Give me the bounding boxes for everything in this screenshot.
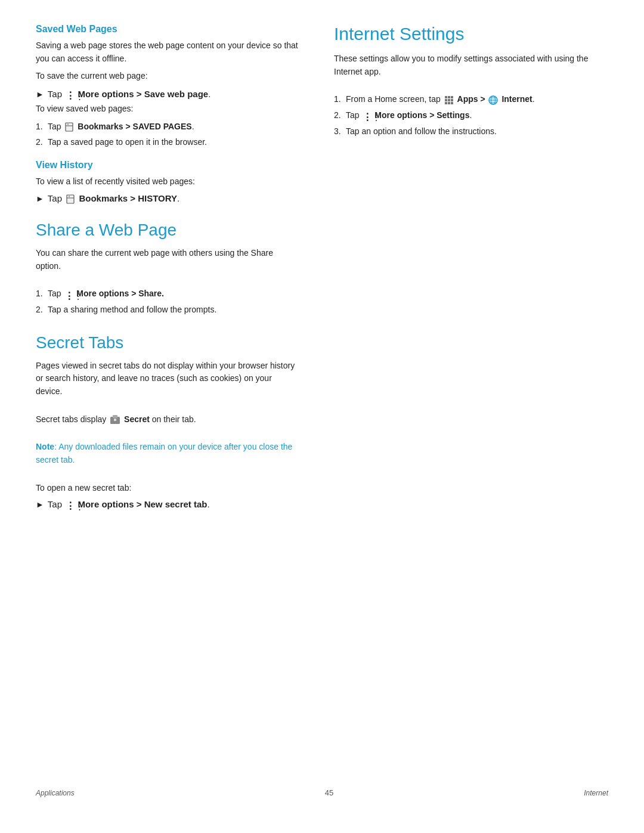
arrow-icon: ► [36,194,44,203]
share-intro: You can share the current web page with … [36,247,298,272]
internet-icon [488,95,498,105]
secret-tabs-section: Secret Tabs Pages viewed in secret tabs … [36,333,298,510]
to-open-label: To open a new secret tab: [36,482,298,495]
internet-step-2: Tap ⋮ More options > Settings. [334,109,608,122]
view-history-intro: To view a list of recently visited web p… [36,175,298,188]
svg-rect-7 [445,96,447,98]
view-steps-list: Tap Bookmarks > SAVED PAGES. Tap a saved… [36,120,298,149]
svg-rect-14 [448,102,450,104]
internet-settings-section: Internet Settings These settings allow y… [334,24,608,138]
footer-left: Applications [36,789,75,797]
secret-tab-bullet: ► Tap ⋮ More options > New secret tab. [36,499,298,509]
more-options-icon-4: ⋮ [363,112,371,120]
svg-rect-13 [445,102,447,104]
saved-web-pages-intro: Saving a web page stores the web page co… [36,39,298,65]
svg-rect-11 [448,99,450,101]
secret-display-line: Secret tabs display Secret on their tab. [36,413,298,426]
svg-rect-5 [113,415,117,418]
to-view-label: To view saved web pages: [36,103,298,116]
page-footer: Applications 45 Internet [36,770,608,797]
svg-rect-8 [448,96,450,98]
right-column: Internet Settings These settings allow y… [334,24,608,770]
more-options-icon-3: ⋮ [66,501,74,509]
share-web-page-section: Share a Web Page You can share the curre… [36,221,298,317]
secret-note: Note: Any downloaded files remain on you… [36,441,298,466]
view-history-section: View History To view a list of recently … [36,160,298,204]
secret-tabs-title: Secret Tabs [36,333,298,352]
share-steps-list: Tap ⋮ More options > Share. Tap a sharin… [36,287,298,316]
svg-rect-15 [451,102,453,104]
more-options-icon-2: ⋮ [64,290,73,299]
save-bullet: ► Tap ⋮ More options > Save web page. [36,89,298,99]
internet-step-1: From a Home screen, tap [334,93,608,106]
internet-step-3: Tap an option and follow the instruction… [334,125,608,138]
secret-icon [110,414,120,425]
svg-rect-2 [67,195,74,203]
view-step-1: Tap Bookmarks > SAVED PAGES. [36,120,298,134]
svg-rect-10 [445,99,447,101]
internet-settings-steps: From a Home screen, tap [334,93,608,138]
more-options-icon: ⋮ [66,91,74,99]
svg-rect-9 [451,96,453,98]
svg-rect-0 [66,123,73,131]
share-step-1: Tap ⋮ More options > Share. [36,287,298,301]
internet-settings-intro: These settings allow you to modify setti… [334,52,608,78]
internet-settings-title: Internet Settings [334,24,608,44]
secret-tabs-intro: Pages viewed in secret tabs do not displ… [36,360,298,398]
share-web-page-title: Share a Web Page [36,221,298,240]
view-history-title: View History [36,160,298,171]
share-step-2: Tap a sharing method and follow the prom… [36,304,298,317]
history-bullet: ► Tap Bookmarks > HISTORY. [36,193,298,204]
view-step-2: Tap a saved page to open it in the brows… [36,136,298,149]
footer-page-number: 45 [325,788,333,797]
svg-rect-3 [69,195,70,198]
apps-icon [444,95,454,105]
saved-web-pages-title: Saved Web Pages [36,24,298,35]
arrow-icon-3: ► [36,500,44,509]
left-column: Saved Web Pages Saving a web page stores… [36,24,298,770]
svg-rect-6 [114,419,116,421]
saved-web-pages-section: Saved Web Pages Saving a web page stores… [36,24,298,149]
bookmark-icon [64,122,74,132]
svg-rect-1 [67,123,69,126]
to-save-label: To save the current web page: [36,70,298,83]
bookmark-icon-2 [66,194,75,204]
svg-rect-12 [451,99,453,101]
footer-right: Internet [584,789,608,797]
arrow-icon: ► [36,89,44,99]
